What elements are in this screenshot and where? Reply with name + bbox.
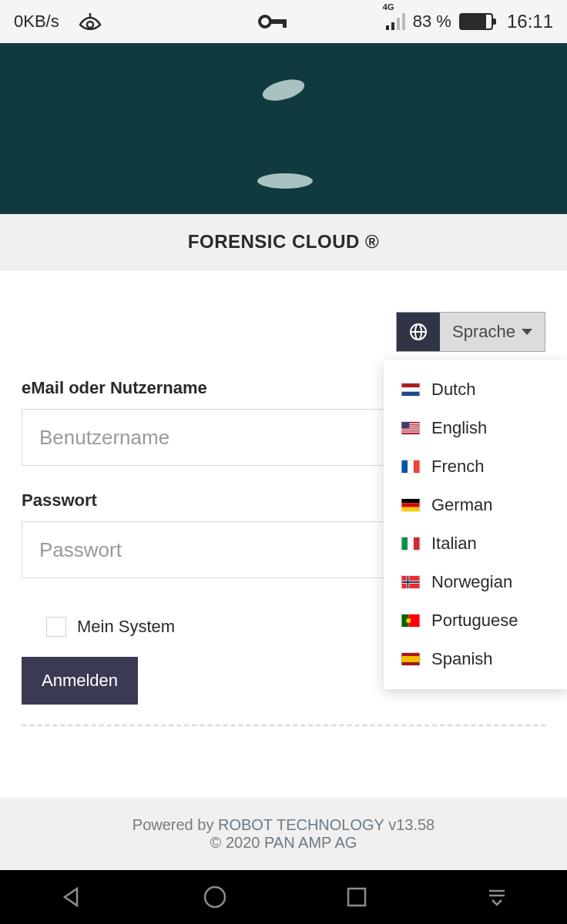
svg-rect-10 bbox=[401, 387, 419, 391]
lang-option-english[interactable]: English bbox=[384, 409, 567, 447]
vpn-key-icon bbox=[258, 14, 289, 29]
network-speed: 0KB/s bbox=[14, 12, 59, 32]
svg-point-38 bbox=[205, 887, 225, 907]
visibility-icon bbox=[78, 13, 102, 30]
lang-option-dutch[interactable]: Dutch bbox=[384, 370, 567, 409]
svg-rect-3 bbox=[283, 19, 287, 28]
svg-rect-17 bbox=[401, 431, 419, 432]
svg-rect-9 bbox=[401, 383, 419, 387]
language-dropdown: Dutch English French German Italian Norw… bbox=[384, 360, 567, 689]
flag-us-icon bbox=[401, 421, 421, 435]
language-label: Sprache bbox=[452, 322, 515, 342]
svg-point-4 bbox=[260, 75, 307, 105]
lang-option-french[interactable]: French bbox=[384, 447, 567, 486]
svg-rect-20 bbox=[408, 460, 414, 473]
flag-pt-icon bbox=[401, 614, 421, 628]
chevron-down-icon bbox=[522, 329, 532, 335]
svg-rect-18 bbox=[401, 422, 409, 428]
lang-option-norwegian[interactable]: Norwegian bbox=[384, 563, 567, 601]
flag-no-icon bbox=[401, 575, 421, 589]
lang-option-german[interactable]: German bbox=[384, 486, 567, 524]
svg-rect-37 bbox=[401, 656, 419, 662]
svg-rect-16 bbox=[401, 430, 419, 430]
svg-rect-26 bbox=[408, 537, 414, 550]
lang-option-portuguese[interactable]: Portuguese bbox=[384, 601, 567, 640]
flag-it-icon bbox=[401, 537, 421, 551]
svg-rect-27 bbox=[414, 537, 420, 550]
svg-rect-39 bbox=[348, 889, 365, 906]
flag-fr-icon bbox=[401, 460, 421, 474]
header-banner bbox=[0, 43, 567, 214]
nav-recent-icon[interactable] bbox=[347, 887, 367, 907]
globe-icon bbox=[397, 313, 440, 351]
svg-rect-24 bbox=[401, 507, 419, 511]
battery-icon bbox=[459, 13, 493, 30]
remember-label: Mein System bbox=[77, 617, 175, 637]
flag-es-icon bbox=[401, 652, 421, 666]
footer-brand[interactable]: ROBOT TECHNOLOGY bbox=[218, 816, 384, 833]
svg-point-1 bbox=[260, 16, 270, 27]
clock: 16:11 bbox=[507, 11, 553, 32]
app-title: FORENSIC CLOUD ® bbox=[0, 214, 567, 270]
svg-rect-32 bbox=[401, 581, 419, 583]
status-bar: 0KB/s 4G 83 % 16:11 bbox=[0, 0, 567, 43]
svg-rect-23 bbox=[401, 503, 419, 507]
android-nav-bar bbox=[0, 870, 567, 924]
language-selector[interactable]: Sprache bbox=[396, 312, 545, 352]
remember-checkbox[interactable] bbox=[46, 617, 66, 637]
svg-rect-22 bbox=[401, 499, 419, 503]
app-logo bbox=[214, 59, 353, 198]
flag-nl-icon bbox=[401, 383, 421, 397]
footer: Powered by ROBOT TECHNOLOGY v13.58 © 202… bbox=[0, 798, 567, 870]
lang-option-spanish[interactable]: Spanish bbox=[384, 640, 567, 678]
nav-drawer-icon[interactable] bbox=[486, 886, 508, 908]
svg-rect-21 bbox=[414, 460, 420, 473]
flag-de-icon bbox=[401, 498, 421, 512]
login-button[interactable]: Anmelden bbox=[22, 657, 138, 705]
nav-back-icon[interactable] bbox=[60, 886, 83, 909]
lang-option-italian[interactable]: Italian bbox=[384, 524, 567, 563]
divider bbox=[22, 725, 545, 726]
svg-point-5 bbox=[257, 173, 313, 189]
battery-percent: 83 % bbox=[413, 12, 451, 32]
svg-point-35 bbox=[406, 618, 411, 623]
footer-company[interactable]: PAN AMP AG bbox=[264, 834, 357, 851]
signal-icon: 4G bbox=[386, 13, 405, 30]
svg-rect-25 bbox=[401, 537, 408, 550]
svg-rect-19 bbox=[401, 460, 408, 473]
nav-home-icon[interactable] bbox=[203, 885, 227, 909]
svg-rect-11 bbox=[401, 392, 419, 396]
